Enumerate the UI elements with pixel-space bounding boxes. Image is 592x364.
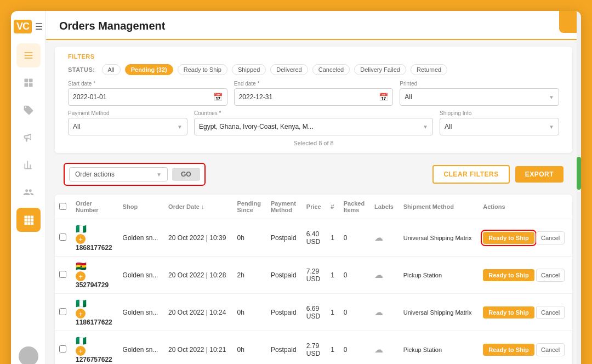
cloud-upload-icon[interactable]: ☁ <box>374 270 383 280</box>
order-date-cell: 20 Oct 2022 | 10:39 <box>164 219 232 257</box>
add-item-button[interactable]: + <box>76 346 86 356</box>
shipping-info-select[interactable]: All ▼ <box>440 118 559 135</box>
ready-to-ship-button[interactable]: Ready to Ship <box>483 306 534 318</box>
status-btn-canceled[interactable]: Canceled <box>312 64 350 75</box>
scrollbar-thumb[interactable] <box>577 157 581 190</box>
row-checkbox-2[interactable] <box>59 308 66 315</box>
countries-label: Countries * <box>194 110 433 116</box>
col-price: Price <box>302 195 326 219</box>
end-date-input[interactable]: 2022-12-31 📅 <box>234 88 394 106</box>
ready-to-ship-button[interactable]: Ready to Ship <box>483 232 534 244</box>
export-button[interactable]: EXPORT <box>515 166 563 183</box>
add-item-button[interactable]: + <box>76 309 86 318</box>
shipment-method-cell: Pickup Station <box>399 331 479 365</box>
status-btn-shipped[interactable]: Shipped <box>232 64 266 75</box>
filters-label: FILTERS <box>68 53 559 60</box>
status-btn-ready-to-ship[interactable]: Ready to Ship <box>178 64 227 75</box>
flag-icon: 🇳🇬 <box>76 224 87 234</box>
go-button[interactable]: GO <box>172 168 200 181</box>
actions-cell: Ready to Ship Cancel <box>479 257 572 294</box>
end-date-group: End date * 2022-12-31 📅 <box>234 81 394 106</box>
order-date-cell: 20 Oct 2022 | 10:24 <box>164 294 232 331</box>
status-btn-all[interactable]: All <box>102 64 121 75</box>
svg-rect-5 <box>24 83 28 87</box>
cancel-button[interactable]: Cancel <box>536 306 565 319</box>
payment-method-group: Payment Method All ▼ <box>68 110 187 135</box>
sidebar-item-tags[interactable] <box>16 98 41 122</box>
add-item-button[interactable]: + <box>76 234 86 244</box>
cancel-button[interactable]: Cancel <box>536 343 565 356</box>
countries-select[interactable]: Egypt, Ghana, Ivory-Coast, Kenya, M... ▼ <box>194 118 433 135</box>
cancel-button[interactable]: Cancel <box>536 231 565 244</box>
sidebar-item-grid[interactable] <box>16 71 41 95</box>
actions-cell: Ready to Ship Cancel <box>479 219 572 257</box>
table-row: 🇳🇬 + 1276757622 Golden sn...20 Oct 2022 … <box>55 331 572 365</box>
price-cell: 7.29USD <box>302 257 326 294</box>
shop-cell: Golden sn... <box>118 294 164 331</box>
cloud-upload-icon[interactable]: ☁ <box>374 345 383 354</box>
avatar <box>19 346 38 364</box>
status-btn-returned[interactable]: Returned <box>411 64 447 75</box>
actions-cell: Ready to Ship Cancel <box>479 331 572 365</box>
order-actions-select[interactable]: Order actions ▼ <box>69 167 168 181</box>
price-cell: 6.69USD <box>302 294 326 331</box>
shipment-method-cell: Pickup Station <box>399 257 479 294</box>
main-content: Orders Management FILTERS STATUS: All Pe… <box>46 11 581 364</box>
payment-method-select[interactable]: All ▼ <box>68 118 187 135</box>
sidebar-item-chart[interactable] <box>16 153 41 177</box>
sidebar-item-megaphone[interactable] <box>16 126 41 150</box>
clear-filters-button[interactable]: CLEAR FILTERS <box>432 165 509 184</box>
status-filter-row: STATUS: All Pending (32) Ready to Ship S… <box>68 64 559 75</box>
hash-cell: 1 <box>326 257 339 294</box>
pending-since-cell: 0h <box>233 331 266 365</box>
ready-to-ship-button[interactable]: Ready to Ship <box>483 269 534 281</box>
tag-icon <box>23 105 34 116</box>
cloud-upload-icon[interactable]: ☁ <box>374 308 383 317</box>
col-checkbox <box>55 195 71 219</box>
calendar-icon-start: 📅 <box>213 93 223 101</box>
row-checkbox-1[interactable] <box>59 271 66 278</box>
status-btn-delivery-failed[interactable]: Delivery Failed <box>354 64 406 75</box>
users-icon <box>23 187 34 198</box>
col-shop: Shop <box>118 195 164 219</box>
row-checkbox-3[interactable] <box>59 345 66 352</box>
sidebar-item-orders-list[interactable] <box>16 43 41 67</box>
status-btn-delivered[interactable]: Delivered <box>270 64 308 75</box>
row-checkbox-0[interactable] <box>59 234 66 241</box>
printed-select[interactable]: All ▼ <box>400 88 559 106</box>
cloud-upload-icon[interactable]: ☁ <box>374 233 383 242</box>
calendar-icon-end: 📅 <box>379 93 388 101</box>
select-all-checkbox[interactable] <box>59 203 66 210</box>
col-packed-items: PackedItems <box>339 195 370 219</box>
col-order-date: Order Date ↓ <box>164 195 232 219</box>
status-btn-pending[interactable]: Pending (32) <box>125 64 173 75</box>
svg-rect-6 <box>29 83 32 87</box>
flag-icon: 🇳🇬 <box>76 299 87 308</box>
orders-table: OrderNumber Shop Order Date ↓ PendingSin… <box>55 195 572 364</box>
payment-method-cell: Postpaid <box>266 331 302 365</box>
module-icon <box>23 214 34 225</box>
start-date-input[interactable]: 2022-01-01 📅 <box>68 88 227 106</box>
sidebar-item-active-module[interactable] <box>16 208 41 232</box>
date-filters-row: Start date * 2022-01-01 📅 End date * 202… <box>68 81 559 106</box>
sidebar-item-users[interactable] <box>16 180 41 204</box>
hamburger-icon[interactable]: ☰ <box>35 21 43 32</box>
chevron-down-icon-payment: ▼ <box>177 124 183 130</box>
labels-cell: ☁ <box>370 331 399 365</box>
packed-items-cell: 0 <box>339 219 370 257</box>
grid-icon <box>23 77 34 88</box>
svg-rect-4 <box>29 79 32 83</box>
add-item-button[interactable]: + <box>76 271 86 281</box>
hash-cell: 1 <box>326 219 339 257</box>
sidebar: VC ☰ <box>11 11 46 364</box>
cancel-button[interactable]: Cancel <box>536 269 565 282</box>
col-hash: # <box>326 195 339 219</box>
pending-since-cell: 0h <box>233 294 266 331</box>
scrollbar-track[interactable] <box>577 11 581 364</box>
flag-icon: 🇳🇬 <box>76 336 87 345</box>
labels-cell: ☁ <box>370 219 399 257</box>
packed-items-cell: 0 <box>339 331 370 365</box>
table-header-row: OrderNumber Shop Order Date ↓ PendingSin… <box>55 195 572 219</box>
order-number-cell: 🇬🇭 + 352794729 <box>71 257 118 294</box>
ready-to-ship-button[interactable]: Ready to Ship <box>483 344 534 356</box>
